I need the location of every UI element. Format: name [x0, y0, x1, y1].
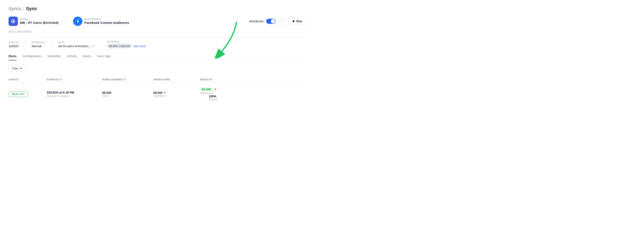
- results-cell: 68.54K 0 Operations 100% Synced: [200, 87, 260, 101]
- tab-alerts[interactable]: Alerts: [83, 54, 91, 60]
- see-more-link[interactable]: See more: [133, 44, 146, 48]
- tabs-row: Runs Configuration Schedule Activity Ale…: [8, 54, 307, 60]
- toggle-knob: [271, 19, 275, 23]
- results-label: Operations: [200, 92, 260, 95]
- breadcrumb: Syncs / Sync: [8, 6, 307, 11]
- slug-label: SLUG: [58, 41, 94, 44]
- external-label: EXTERNAL: [107, 41, 146, 43]
- rows-main: 68,542: [102, 91, 153, 94]
- sort-down-icon: [60, 80, 62, 81]
- model-value: MB - HT Users (Enriched): [20, 21, 58, 24]
- run-button[interactable]: Run: [288, 18, 307, 25]
- tab-configuration[interactable]: Configuration: [22, 54, 42, 60]
- result-green: 68.54K: [200, 87, 213, 91]
- sync-header-right: ENABLED ··· Run: [249, 17, 307, 25]
- started-main: 03/14/23 at 6:18 PM: [47, 91, 102, 94]
- destination-subtitle: DESTINATION: [84, 18, 129, 20]
- sync-id-value: 324920: [8, 44, 19, 48]
- enabled-toggle[interactable]: [266, 19, 276, 24]
- th-started[interactable]: STARTED: [47, 78, 102, 81]
- sort-arrows-rows: [124, 78, 126, 81]
- synced-label: Synced: [209, 98, 217, 101]
- sort-arrows-started: [60, 78, 62, 81]
- th-results: RESULTS: [200, 78, 260, 81]
- model-block: MODEL MB - HT Users (Enriched): [8, 16, 58, 26]
- rows-queried-cell: 68,542 Rows: [102, 91, 153, 97]
- description-field[interactable]: Add a description...: [8, 30, 307, 33]
- th-status: STATUS: [8, 78, 47, 81]
- result-red: 0: [214, 88, 216, 91]
- tab-sync-logs[interactable]: Sync logs: [97, 54, 111, 60]
- status-cell: HEALTHY: [8, 91, 47, 97]
- breadcrumb-syncs-link[interactable]: Syncs: [8, 6, 21, 11]
- filter-row: Filter: [8, 65, 307, 72]
- rows-sub: Rows: [102, 94, 153, 97]
- chevron-down-icon: [20, 68, 22, 69]
- sort-up-icon: [124, 78, 126, 79]
- connector-arrow-icon: →: [64, 19, 68, 24]
- play-icon: [293, 20, 295, 22]
- schedule-value: Manual: [32, 44, 45, 48]
- table-header: STATUS STARTED ROWS QUERIED OPERATIONS R…: [8, 77, 307, 83]
- external-cell: EXTERNAL 89.85% matched See more: [107, 41, 152, 48]
- enabled-label: ENABLED: [249, 20, 264, 23]
- slug-cell: SLUG mb-ht-users-enriched-t... ⧉: [58, 41, 100, 48]
- destination-block: DESTINATION Facebook Custom Audiences: [73, 16, 129, 26]
- sync-id-label: SYNC ID: [8, 41, 19, 44]
- copy-icon[interactable]: ⧉: [92, 44, 94, 48]
- th-rows-queried[interactable]: ROWS QUERIED: [102, 78, 153, 81]
- meta-row: SYNC ID 324920 SCHEDULE Manual SLUG mb-h…: [8, 37, 307, 48]
- sync-id-cell: SYNC ID 324920: [8, 41, 25, 48]
- results-top: 68.54K 0: [200, 87, 260, 91]
- filter-button[interactable]: Filter: [8, 65, 26, 72]
- tab-activity[interactable]: Activity: [67, 54, 77, 60]
- sort-down-icon: [124, 80, 126, 81]
- sync-header-left: MODEL MB - HT Users (Enriched) → DESTINA…: [8, 16, 129, 26]
- breadcrumb-separator: /: [23, 6, 24, 11]
- destination-label-block: DESTINATION Facebook Custom Audiences: [84, 18, 129, 24]
- ops-main: 68,542: [153, 91, 200, 94]
- filter-label: Filter: [12, 67, 19, 70]
- breadcrumb-current: Sync: [26, 6, 37, 11]
- facebook-icon: [73, 16, 82, 26]
- status-badge: HEALTHY: [8, 91, 28, 97]
- toggle-track[interactable]: [266, 19, 276, 24]
- schedule-label: SCHEDULE: [32, 41, 45, 44]
- model-icon: [8, 16, 18, 26]
- table-row: HEALTHY 03/14/23 at 6:18 PM Duration: 5 …: [8, 84, 307, 105]
- model-label-block: MODEL MB - HT Users (Enriched): [20, 18, 58, 24]
- sync-header: MODEL MB - HT Users (Enriched) → DESTINA…: [8, 16, 307, 26]
- results-col: 68.54K 0 Operations: [200, 87, 260, 95]
- matched-badge: 89.85% matched: [107, 44, 132, 48]
- started-sub: Duration: 5 minutes: [47, 95, 102, 98]
- destination-value: Facebook Custom Audiences: [84, 21, 129, 24]
- tab-schedule[interactable]: Schedule: [48, 54, 61, 60]
- th-operations: OPERATIONS: [153, 78, 200, 81]
- sort-up-icon: [60, 78, 62, 79]
- schedule-cell: SCHEDULE Manual: [32, 41, 52, 48]
- synced-pct: 100%: [209, 95, 217, 98]
- slug-value: mb-ht-users-enriched-t... ⧉: [58, 44, 94, 48]
- operations-cell: 68,542 Operations: [153, 91, 200, 97]
- started-cell: 03/14/23 at 6:18 PM Duration: 5 minutes: [47, 91, 102, 98]
- run-button-label: Run: [296, 19, 302, 23]
- tab-runs[interactable]: Runs: [8, 54, 16, 60]
- more-options-button[interactable]: ···: [278, 17, 286, 25]
- svg-point-1: [12, 20, 14, 22]
- external-value: 89.85% matched See more: [107, 44, 146, 48]
- ops-sub: Operations: [153, 94, 200, 97]
- model-subtitle: MODEL: [20, 18, 58, 20]
- ops-chevron-icon[interactable]: [164, 92, 166, 93]
